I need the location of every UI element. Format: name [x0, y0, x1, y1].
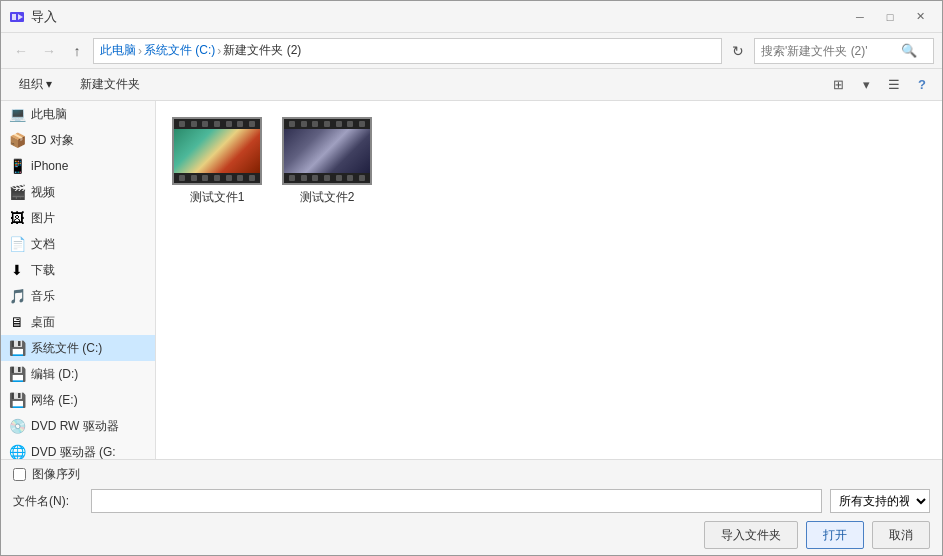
filename-input[interactable]: [91, 489, 822, 513]
view-controls: ⊞ ▾ ☰ ?: [826, 73, 934, 97]
data-d-icon: 💾: [9, 366, 25, 382]
sidebar-item-label-music: 音乐: [31, 288, 55, 305]
new-folder-button[interactable]: 新建文件夹: [70, 73, 150, 97]
file-thumb-file1: [172, 117, 262, 185]
image-sequence-row: 图像序列: [13, 466, 930, 483]
file-thumb-file2: [282, 117, 372, 185]
film-strip-bottom: [284, 173, 370, 183]
sidebar-item-label-iphone: iPhone: [31, 159, 68, 173]
network-e-icon: 💾: [9, 392, 25, 408]
sidebar-item-iphone[interactable]: 📱iPhone: [1, 153, 155, 179]
sidebar-item-3d-objects[interactable]: 📦3D 对象: [1, 127, 155, 153]
sidebar-item-label-data-d: 编辑 (D:): [31, 366, 78, 383]
film-strip-top: [174, 119, 260, 129]
cancel-button[interactable]: 取消: [872, 521, 930, 549]
sidebar-item-label-network-e: 网络 (E:): [31, 392, 78, 409]
film-content-file2: [284, 129, 370, 173]
breadcrumb-current: 新建文件夹 (2): [223, 42, 301, 59]
sidebar-item-data-d[interactable]: 💾编辑 (D:): [1, 361, 155, 387]
sidebar-item-label-desktop: 桌面: [31, 314, 55, 331]
sidebar-item-pictures[interactable]: 🖼图片: [1, 205, 155, 231]
sidebar-item-desktop[interactable]: 🖥桌面: [1, 309, 155, 335]
refresh-button[interactable]: ↻: [726, 39, 750, 63]
file-name-file2: 测试文件2: [300, 189, 355, 206]
view-list-button[interactable]: ☰: [882, 73, 906, 97]
organize-button[interactable]: 组织 ▾: [9, 73, 62, 97]
sidebar-item-network-e[interactable]: 💾网络 (E:): [1, 387, 155, 413]
system-c-icon: 💾: [9, 340, 25, 356]
dvd-g-icon: 🌐: [9, 444, 25, 459]
sidebar-item-label-documents: 文档: [31, 236, 55, 253]
file-item-file1[interactable]: 测试文件1: [172, 117, 262, 206]
sidebar-item-label-system-c: 系统文件 (C:): [31, 340, 102, 357]
videos-icon: 🎬: [9, 184, 25, 200]
filetype-select[interactable]: 所有支持的视频: [830, 489, 930, 513]
svg-rect-1: [12, 14, 16, 20]
filename-row: 文件名(N): 所有支持的视频: [13, 489, 930, 513]
dvd-rw-icon: 💿: [9, 418, 25, 434]
sidebar-item-documents[interactable]: 📄文档: [1, 231, 155, 257]
image-sequence-checkbox[interactable]: [13, 468, 26, 481]
sidebar-item-music[interactable]: 🎵音乐: [1, 283, 155, 309]
toolbar: 组织 ▾ 新建文件夹 ⊞ ▾ ☰ ?: [1, 69, 942, 101]
file-item-file2[interactable]: 测试文件2: [282, 117, 372, 206]
app-icon: [9, 9, 25, 25]
breadcrumb-bar: 此电脑 › 系统文件 (C:) › 新建文件夹 (2): [93, 38, 722, 64]
search-button[interactable]: 🔍: [901, 43, 917, 58]
close-button[interactable]: ✕: [906, 6, 934, 28]
music-icon: 🎵: [9, 288, 25, 304]
view-dropdown-button[interactable]: ▾: [854, 73, 878, 97]
sidebar: 💻此电脑📦3D 对象📱iPhone🎬视频🖼图片📄文档⬇下载🎵音乐🖥桌面💾系统文件…: [1, 101, 156, 459]
view-large-icon-button[interactable]: ⊞: [826, 73, 850, 97]
image-sequence-label: 图像序列: [32, 466, 80, 483]
help-button[interactable]: ?: [910, 73, 934, 97]
sidebar-item-dvd-g[interactable]: 🌐DVD 驱动器 (G:: [1, 439, 155, 459]
sidebar-item-videos[interactable]: 🎬视频: [1, 179, 155, 205]
film-strip-top: [284, 119, 370, 129]
dialog-title: 导入: [31, 8, 846, 26]
sidebar-item-label-downloads: 下载: [31, 262, 55, 279]
filename-label: 文件名(N):: [13, 493, 83, 510]
pictures-icon: 🖼: [9, 210, 25, 226]
film-content-file1: [174, 129, 260, 173]
this-pc-icon: 💻: [9, 106, 25, 122]
maximize-button[interactable]: □: [876, 6, 904, 28]
address-bar: ← → ↑ 此电脑 › 系统文件 (C:) › 新建文件夹 (2) ↻ 🔍: [1, 33, 942, 69]
file-name-file1: 测试文件1: [190, 189, 245, 206]
sidebar-item-downloads[interactable]: ⬇下载: [1, 257, 155, 283]
import-dialog: 导入 ─ □ ✕ ← → ↑ 此电脑 › 系统文件 (C:) › 新建文件夹 (…: [0, 0, 943, 556]
3d-objects-icon: 📦: [9, 132, 25, 148]
breadcrumb-computer[interactable]: 此电脑: [100, 42, 136, 59]
import-folder-button[interactable]: 导入文件夹: [704, 521, 798, 549]
documents-icon: 📄: [9, 236, 25, 252]
search-box: 🔍: [754, 38, 934, 64]
file-area: 测试文件1测试文件2: [156, 101, 942, 459]
title-bar: 导入 ─ □ ✕: [1, 1, 942, 33]
sidebar-item-label-videos: 视频: [31, 184, 55, 201]
open-button[interactable]: 打开: [806, 521, 864, 549]
window-controls: ─ □ ✕: [846, 6, 934, 28]
back-button[interactable]: ←: [9, 39, 33, 63]
action-buttons-row: 导入文件夹 打开 取消: [13, 519, 930, 549]
sidebar-item-dvd-rw[interactable]: 💿DVD RW 驱动器: [1, 413, 155, 439]
sidebar-item-label-pictures: 图片: [31, 210, 55, 227]
up-button[interactable]: ↑: [65, 39, 89, 63]
iphone-icon: 📱: [9, 158, 25, 174]
desktop-icon: 🖥: [9, 314, 25, 330]
main-content: 💻此电脑📦3D 对象📱iPhone🎬视频🖼图片📄文档⬇下载🎵音乐🖥桌面💾系统文件…: [1, 101, 942, 459]
breadcrumb-drive[interactable]: 系统文件 (C:): [144, 42, 215, 59]
sidebar-item-system-c[interactable]: 💾系统文件 (C:): [1, 335, 155, 361]
sidebar-item-label-3d-objects: 3D 对象: [31, 132, 74, 149]
forward-button[interactable]: →: [37, 39, 61, 63]
minimize-button[interactable]: ─: [846, 6, 874, 28]
film-strip-bottom: [174, 173, 260, 183]
sidebar-item-label-this-pc: 此电脑: [31, 106, 67, 123]
downloads-icon: ⬇: [9, 262, 25, 278]
sidebar-item-label-dvd-g: DVD 驱动器 (G:: [31, 444, 116, 460]
sidebar-item-label-dvd-rw: DVD RW 驱动器: [31, 418, 119, 435]
sidebar-item-this-pc[interactable]: 💻此电脑: [1, 101, 155, 127]
search-input[interactable]: [761, 44, 901, 58]
bottom-bar: 图像序列 文件名(N): 所有支持的视频 导入文件夹 打开 取消: [1, 459, 942, 555]
